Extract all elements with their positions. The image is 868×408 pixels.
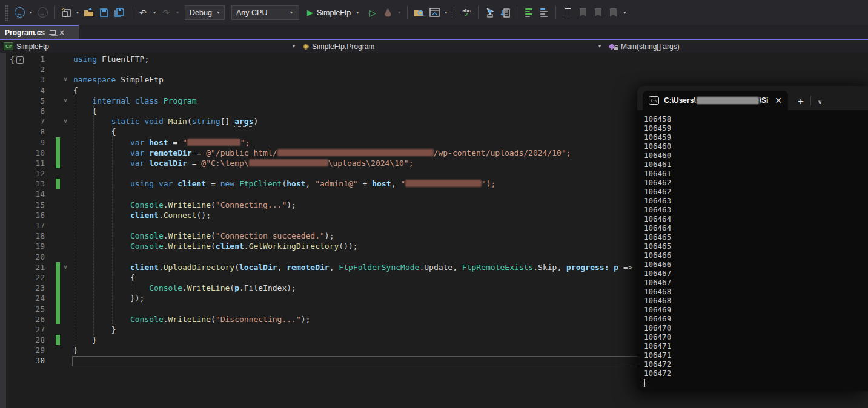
code-navigation-bar: C# SimpleFtp ▾ SimpleFtp.Program ▾ Main(… <box>0 40 868 53</box>
terminal-line: 106460 <box>644 142 868 151</box>
new-tab-button[interactable]: + <box>798 96 804 107</box>
navigate-back-button[interactable]: ← <box>13 5 26 20</box>
chevron-down-icon: ▾ <box>288 10 294 15</box>
tab-program-cs[interactable]: Program.cs × <box>0 25 79 39</box>
terminal-output[interactable]: 1064581064591064591064601064601064611064… <box>637 110 868 387</box>
command-prompt-icon: C:\ <box>649 96 659 105</box>
type-dropdown[interactable]: SimpleFtp.Program ▾ <box>303 40 609 53</box>
toolbar-overflow-dropdown[interactable]: ▾ <box>621 10 628 15</box>
save-all-icon[interactable] <box>113 5 126 20</box>
code-text: Console.WriteLine("Disconnecting..."); <box>73 314 310 324</box>
toolbar-separator <box>478 6 479 19</box>
change-bar <box>56 137 60 148</box>
code-text: var host = ""; <box>73 137 250 148</box>
pin-icon[interactable] <box>49 29 55 36</box>
change-bar <box>56 262 60 272</box>
undo-icon[interactable]: ↶ <box>136 5 150 20</box>
line-number: 2 <box>22 64 45 74</box>
indent-guide <box>93 106 94 335</box>
configuration-label: Debug <box>190 8 212 17</box>
line-number: 9 <box>22 137 45 148</box>
code-line[interactable]: 3∨namespace SimpleFtp <box>0 74 868 85</box>
line-number: 13 <box>22 179 45 189</box>
change-bar <box>56 272 60 283</box>
terminal-line: 106460 <box>644 151 868 160</box>
terminal-line: 106468 <box>644 287 868 296</box>
fold-chevron-icon[interactable]: ∨ <box>61 116 70 127</box>
code-text: var remoteDir = @"/public_html//wp-conte… <box>73 148 571 158</box>
format-document-icon[interactable] <box>499 5 512 20</box>
start-without-debugging-button[interactable]: ▷ <box>366 5 379 20</box>
csharp-project-icon: C# <box>4 42 13 50</box>
member-dropdown[interactable]: Main(string[] args) <box>609 40 680 53</box>
code-text: Console.WriteLine("Connecting..."); <box>73 200 296 210</box>
line-number: 11 <box>22 158 45 168</box>
line-number: 22 <box>22 272 45 283</box>
terminal-bar-separator <box>810 96 811 105</box>
spell-check-icon[interactable]: abc✓ <box>460 5 473 20</box>
line-number: 15 <box>22 200 45 210</box>
code-line[interactable]: 2 <box>0 64 868 74</box>
solution-configuration-select[interactable]: Debug ▾ <box>185 5 225 20</box>
play-icon: ▶ <box>307 8 313 17</box>
hot-reload-dropdown: ▾ <box>396 10 402 15</box>
code-text: using var client = new FtpClient(host, "… <box>73 179 495 189</box>
new-project-icon[interactable] <box>59 5 73 20</box>
redo-icon[interactable]: ↷ <box>159 5 173 20</box>
increase-indent-icon[interactable] <box>537 5 551 20</box>
selection-mode-icon[interactable] <box>483 5 497 20</box>
terminal-line: 106461 <box>644 160 868 169</box>
undo-dropdown[interactable]: ▾ <box>151 10 157 15</box>
start-debugging-button[interactable]: ▶ SimpleFtp ▾ <box>303 5 364 21</box>
code-text: static void Main(string[] args) <box>73 116 258 127</box>
new-project-dropdown[interactable]: ▾ <box>75 10 81 15</box>
line-number: 24 <box>22 293 45 303</box>
line-number: 7 <box>22 116 45 127</box>
toolbar-grip[interactable] <box>5 5 8 21</box>
save-icon[interactable] <box>98 5 111 20</box>
fold-chevron-icon[interactable]: ∨ <box>61 262 70 272</box>
terminal-line: 106462 <box>644 187 868 196</box>
line-number: 20 <box>22 252 45 262</box>
redo-dropdown: ▾ <box>174 10 181 15</box>
terminal-line: 106472 <box>644 369 868 378</box>
fold-chevron-icon[interactable]: ∨ <box>61 96 70 106</box>
new-window-home-icon[interactable] <box>428 5 441 20</box>
line-number: 23 <box>22 283 45 293</box>
toggle-bookmark-icon[interactable] <box>561 5 574 20</box>
terminal-line: 106464 <box>644 223 868 232</box>
indent-guide <box>112 127 113 324</box>
terminal-window[interactable]: C:\ C:\Users\\Si ✕ + ∨ 10645810645910645… <box>637 86 868 391</box>
navigate-back-dropdown[interactable]: ▾ <box>28 10 34 15</box>
change-bar <box>56 283 60 293</box>
open-folder-icon[interactable] <box>82 5 96 20</box>
terminal-line: 106466 <box>644 260 868 269</box>
decrease-indent-icon[interactable] <box>522 5 535 20</box>
change-bar <box>56 293 60 303</box>
change-bar <box>56 158 60 168</box>
line-number: 28 <box>22 335 45 345</box>
code-text: } <box>73 345 78 355</box>
code-text: Console.WriteLine(p.FileIndex); <box>73 283 296 293</box>
navigate-forward-button[interactable]: → <box>36 5 49 20</box>
terminal-line: 106463 <box>644 196 868 205</box>
terminal-line: 106468 <box>644 296 868 305</box>
terminal-title-bar[interactable]: C:\ C:\Users\\Si ✕ + ∨ <box>637 86 868 110</box>
close-icon[interactable]: × <box>59 29 64 36</box>
terminal-tab-title: C:\Users\\Si <box>664 96 768 105</box>
hot-reload-icon[interactable] <box>381 5 394 20</box>
terminal-tab[interactable]: C:\ C:\Users\\Si ✕ <box>643 91 788 110</box>
code-line[interactable]: 1using FluentFTP; <box>0 54 868 64</box>
line-number: 25 <box>22 304 45 314</box>
find-in-files-icon[interactable] <box>412 5 426 20</box>
project-dropdown[interactable]: C# SimpleFtp ▾ <box>0 40 303 53</box>
line-number: 1 <box>22 54 45 64</box>
tab-dropdown-button[interactable]: ∨ <box>818 99 822 105</box>
window-dropdown[interactable]: ▾ <box>443 10 449 15</box>
close-icon[interactable]: ✕ <box>775 96 782 105</box>
solution-platform-select[interactable]: Any CPU ▾ <box>231 5 299 20</box>
line-number: 27 <box>22 324 45 335</box>
main-toolbar: ← ▾ → ▾ ↶ ▾ ↷ ▾ Debug ▾ Any CPU ▾ ▶ Simp… <box>0 0 868 25</box>
redacted-text <box>277 149 434 156</box>
fold-chevron-icon[interactable]: ∨ <box>61 74 70 85</box>
